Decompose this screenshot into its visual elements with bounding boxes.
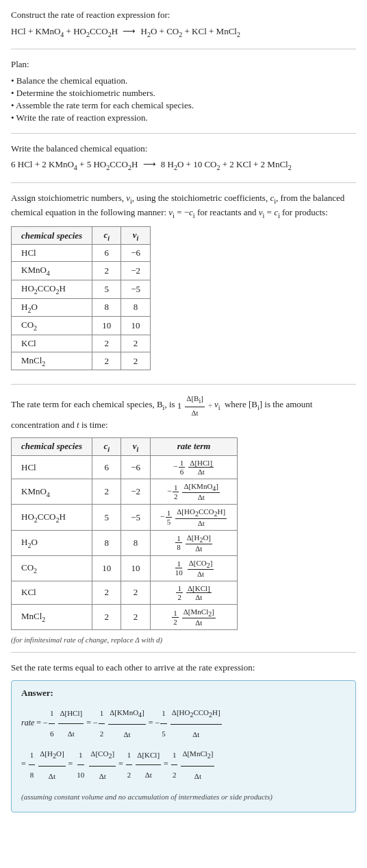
ci-kmno4: 2 xyxy=(92,262,121,280)
table-row: CO2 10 10 xyxy=(12,317,151,335)
rate-ci-ho2cco2h: 5 xyxy=(92,505,121,530)
rate-term-label: The rate term for each chemical species,… xyxy=(11,393,356,431)
rate-term-ho2cco2h: −15 Δ[HO2CCO2H]Δt xyxy=(151,505,238,530)
balanced-eq: 6 HCl + 2 KMnO4 + 5 HO2CCO2H ⟶ 8 H2O + 1… xyxy=(11,159,356,171)
rate-ci-kmno4: 2 xyxy=(92,479,121,505)
rate-term-kmno4: −12 Δ[KMnO4]Δt xyxy=(151,479,238,505)
table-row: MnCl2 2 2 xyxy=(12,352,151,370)
col-ci: ci xyxy=(92,226,121,245)
rate-ci-co2: 10 xyxy=(92,555,121,581)
balanced-eq-label: Write the balanced chemical equation: xyxy=(11,142,356,156)
rate-species-kmno4: KMnO4 xyxy=(12,479,92,505)
vi-ho2cco2h: −5 xyxy=(121,280,151,299)
col-rate-term: rate term xyxy=(151,437,238,456)
stoich-label: Assign stoichiometric numbers, νi, using… xyxy=(11,191,356,221)
species-kmno4: KMnO4 xyxy=(12,262,92,280)
table-row: HCl 6 −6 xyxy=(12,245,151,262)
header-text: Construct the rate of reaction expressio… xyxy=(11,8,356,22)
species-h2o: H2O xyxy=(12,298,92,317)
species-hcl: HCl xyxy=(12,245,92,262)
rate-vi-h2o: 8 xyxy=(121,530,151,555)
plan-step-4: Write the rate of reaction expression. xyxy=(11,112,356,123)
rate-species-kcl: KCl xyxy=(12,581,92,604)
rate-species-mncl2: MnCl2 xyxy=(12,604,92,629)
rate-table-note: (for infinitesimal rate of change, repla… xyxy=(11,636,356,644)
plan-step-1: Balance the chemical equation. xyxy=(11,75,356,86)
col-vi: νi xyxy=(121,437,151,456)
plan-section: Plan: Balance the chemical equation. Det… xyxy=(11,58,356,134)
answer-label: Answer: xyxy=(21,688,346,699)
vi-kmno4: −2 xyxy=(121,262,151,280)
initial-reaction: HCl + KMnO4 + HO2CCO2H ⟶ H2O + CO2 + KCl… xyxy=(11,26,356,38)
rate-ci-kcl: 2 xyxy=(92,581,121,604)
plan-label: Plan: xyxy=(11,58,356,71)
ci-mncl2: 2 xyxy=(92,352,121,370)
col-ci: ci xyxy=(92,437,121,456)
table-row: KCl 2 2 xyxy=(12,335,151,352)
table-row: MnCl2 2 2 12 Δ[MnCl2]Δt xyxy=(12,604,238,629)
ci-h2o: 8 xyxy=(92,298,121,317)
species-kcl: KCl xyxy=(12,335,92,352)
stoich-section: Assign stoichiometric numbers, νi, using… xyxy=(11,191,356,385)
table-row: KCl 2 2 12 Δ[KCl]Δt xyxy=(12,581,238,604)
rate-term-hcl: −16 Δ[HCl]Δt xyxy=(151,456,238,479)
plan-list: Balance the chemical equation. Determine… xyxy=(11,75,356,123)
rate-vi-hcl: −6 xyxy=(121,456,151,479)
rate-vi-mncl2: 2 xyxy=(121,604,151,629)
stoich-table: chemical species ci νi HCl 6 −6 KMnO4 2 … xyxy=(11,226,151,371)
ci-hcl: 6 xyxy=(92,245,121,262)
vi-mncl2: 2 xyxy=(121,352,151,370)
header-section: Construct the rate of reaction expressio… xyxy=(11,8,356,49)
rate-species-hcl: HCl xyxy=(12,456,92,479)
rate-ci-mncl2: 2 xyxy=(92,604,121,629)
table-row: KMnO4 2 −2 xyxy=(12,262,151,280)
ci-kcl: 2 xyxy=(92,335,121,352)
plan-step-3: Assemble the rate term for each chemical… xyxy=(11,100,356,111)
ci-ho2cco2h: 5 xyxy=(92,280,121,299)
rate-term-h2o: 18 Δ[H2O]Δt xyxy=(151,530,238,555)
table-row: HO2CCO2H 5 −5 xyxy=(12,280,151,299)
col-vi: νi xyxy=(121,226,151,245)
rate-vi-kcl: 2 xyxy=(121,581,151,604)
table-row: HCl 6 −6 −16 Δ[HCl]Δt xyxy=(12,456,238,479)
table-row: H2O 8 8 18 Δ[H2O]Δt xyxy=(12,530,238,555)
species-co2: CO2 xyxy=(12,317,92,335)
ci-co2: 10 xyxy=(92,317,121,335)
table-row: KMnO4 2 −2 −12 Δ[KMnO4]Δt xyxy=(12,479,238,505)
answer-box: Answer: rate = −16 Δ[HCl]Δt = −12 Δ[KMnO… xyxy=(11,680,356,813)
rate-expression-label: Set the rate terms equal to each other t… xyxy=(11,661,356,675)
vi-co2: 10 xyxy=(121,317,151,335)
rate-ci-h2o: 8 xyxy=(92,530,121,555)
rate-species-ho2cco2h: HO2CCO2H xyxy=(12,505,92,530)
vi-kcl: 2 xyxy=(121,335,151,352)
table-row: CO2 10 10 110 Δ[CO2]Δt xyxy=(12,555,238,581)
rate-term-kcl: 12 Δ[KCl]Δt xyxy=(151,581,238,604)
answer-math: rate = −16 Δ[HCl]Δt = −12 Δ[KMnO4]Δt = −… xyxy=(21,703,346,806)
balanced-eq-section: Write the balanced chemical equation: 6 … xyxy=(11,142,356,183)
vi-h2o: 8 xyxy=(121,298,151,317)
species-ho2cco2h: HO2CCO2H xyxy=(12,280,92,299)
rate-species-h2o: H2O xyxy=(12,530,92,555)
table-row: H2O 8 8 xyxy=(12,298,151,317)
col-species: chemical species xyxy=(12,437,92,456)
rate-vi-co2: 10 xyxy=(121,555,151,581)
col-species: chemical species xyxy=(12,226,92,245)
rate-vi-ho2cco2h: −5 xyxy=(121,505,151,530)
rate-vi-kmno4: −2 xyxy=(121,479,151,505)
vi-hcl: −6 xyxy=(121,245,151,262)
plan-step-2: Determine the stoichiometric numbers. xyxy=(11,88,356,99)
rate-term-mncl2: 12 Δ[MnCl2]Δt xyxy=(151,604,238,629)
rate-term-section: The rate term for each chemical species,… xyxy=(11,393,356,653)
rate-term-co2: 110 Δ[CO2]Δt xyxy=(151,555,238,581)
table-row: HO2CCO2H 5 −5 −15 Δ[HO2CCO2H]Δt xyxy=(12,505,238,530)
rate-species-co2: CO2 xyxy=(12,555,92,581)
rate-expression-section: Set the rate terms equal to each other t… xyxy=(11,661,356,812)
rate-table: chemical species ci νi rate term HCl 6 −… xyxy=(11,437,238,631)
species-mncl2: MnCl2 xyxy=(12,352,92,370)
answer-note: (assuming constant volume and no accumul… xyxy=(21,788,346,805)
rate-ci-hcl: 6 xyxy=(92,456,121,479)
